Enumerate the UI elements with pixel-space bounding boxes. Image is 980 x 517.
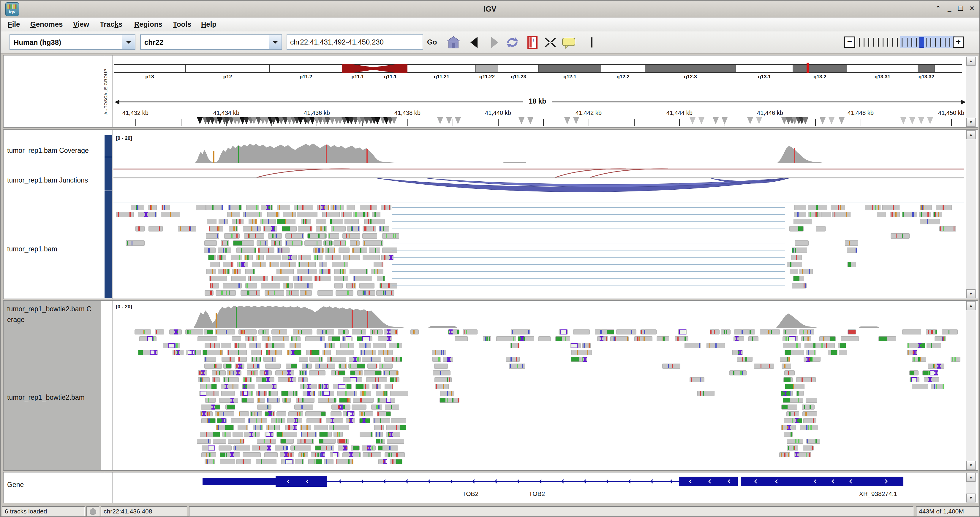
zoom-tick[interactable] bbox=[916, 38, 917, 47]
zoom-tick[interactable] bbox=[907, 38, 908, 47]
fit-to-window-icon[interactable] bbox=[543, 36, 558, 49]
ruler-tick-mark bbox=[181, 119, 181, 126]
density-marker-icon bbox=[519, 117, 525, 124]
zoom-tick[interactable] bbox=[868, 38, 869, 47]
menu-tools[interactable]: Tools bbox=[173, 20, 191, 29]
menu-regions[interactable]: Regions bbox=[134, 20, 162, 29]
zoom-tick[interactable] bbox=[864, 38, 864, 47]
track-label-alignment[interactable]: tumor_rep1_bowtie2.bam bbox=[7, 393, 84, 401]
ruler-tick-label: 41,434 kb bbox=[213, 109, 239, 116]
zoom-tick[interactable] bbox=[887, 38, 888, 47]
track-label-gene[interactable]: Gene bbox=[7, 481, 24, 489]
zoom-tick[interactable] bbox=[859, 38, 860, 47]
ruler-tick-mark bbox=[679, 119, 680, 126]
ruler-tick-mark bbox=[135, 119, 136, 126]
density-marker-icon bbox=[918, 117, 924, 124]
zoom-tick[interactable] bbox=[897, 38, 898, 47]
refresh-icon[interactable] bbox=[505, 36, 520, 49]
fit-to-window-icon bbox=[543, 36, 558, 49]
track-label-junctions[interactable]: tumor_rep1.bam Junctions bbox=[7, 176, 88, 184]
zoom-tick[interactable] bbox=[902, 38, 902, 47]
track-label-coverage[interactable]: tumor_rep1_bowtie2.bam C bbox=[7, 305, 91, 313]
message-status bbox=[189, 506, 913, 516]
zoom-tick[interactable] bbox=[912, 38, 912, 47]
zoom-highlight bbox=[900, 36, 955, 48]
menu-tracks[interactable]: Tracks bbox=[100, 20, 123, 29]
locus-input[interactable] bbox=[286, 35, 423, 50]
density-marker-icon bbox=[437, 117, 443, 124]
chevron-down-icon[interactable] bbox=[122, 35, 135, 49]
define-region-icon[interactable] bbox=[525, 36, 540, 49]
density-marker-icon bbox=[391, 117, 397, 124]
ruler-tick-label: 41,436 kb bbox=[304, 109, 330, 116]
density-marker-icon bbox=[374, 117, 380, 124]
memory-status[interactable]: 443M of 1,400M bbox=[916, 506, 979, 516]
zoom-in-button[interactable]: + bbox=[953, 36, 964, 48]
zoom-tick[interactable] bbox=[950, 38, 950, 47]
status-circle-icon bbox=[90, 508, 96, 515]
home-icon[interactable] bbox=[446, 36, 461, 49]
zoom-slider-thumb[interactable] bbox=[920, 37, 924, 48]
ruler-tick-label: 41,440 kb bbox=[485, 109, 511, 116]
chevron-down-icon[interactable] bbox=[269, 35, 282, 49]
chromosome-select[interactable]: chr22 bbox=[140, 35, 282, 50]
ruler-tick-label: 41,450 kb bbox=[938, 109, 964, 116]
menu-file[interactable]: File bbox=[8, 20, 20, 29]
zoom-tick[interactable] bbox=[892, 38, 893, 47]
back-icon[interactable] bbox=[468, 36, 482, 49]
forward-icon[interactable] bbox=[487, 36, 501, 49]
tracks-loaded-status: 6 tracks loaded bbox=[2, 506, 85, 516]
zoom-tick[interactable] bbox=[935, 38, 936, 47]
refresh-icon bbox=[505, 36, 520, 49]
ruler[interactable]: 18 kb41,432 kb41,434 kb41,436 kb41,438 k… bbox=[3, 56, 978, 127]
ruler-left-arrow-icon bbox=[114, 99, 120, 105]
density-marker-icon bbox=[564, 117, 570, 124]
zoom-tick[interactable] bbox=[878, 38, 879, 47]
density-marker-icon bbox=[698, 117, 705, 124]
zoom-tick[interactable] bbox=[945, 38, 945, 47]
ruler-tick-label: 41,442 kb bbox=[576, 109, 602, 116]
density-marker-icon bbox=[690, 117, 695, 124]
ruler-tick-mark bbox=[589, 119, 589, 126]
ruler-tick-label: 41,446 kb bbox=[757, 109, 783, 116]
density-marker-icon bbox=[455, 117, 461, 124]
track-label-coverage[interactable]: tumor_rep1.bam Coverage bbox=[7, 147, 89, 155]
home-icon bbox=[446, 36, 461, 49]
zoom-tick[interactable] bbox=[931, 38, 931, 47]
ruler-span-label: 18 kb bbox=[523, 97, 552, 105]
title-bar[interactable]: igv IGV ⌃_❒✕ bbox=[1, 1, 979, 17]
density-marker-icon bbox=[446, 117, 452, 124]
zoom-tick[interactable] bbox=[883, 38, 883, 47]
genome-select[interactable]: Human (hg38) bbox=[10, 35, 135, 50]
tooltip-icon[interactable] bbox=[561, 36, 576, 49]
menu-bar: FileGenomesViewTracksRegionsToolsHelp bbox=[1, 17, 979, 32]
track-label-alignment[interactable]: tumor_rep1.bam bbox=[7, 245, 57, 253]
ruler-tick-label: 41,448 kb bbox=[848, 109, 874, 116]
zoom-tick[interactable] bbox=[940, 38, 941, 47]
attribute-bar[interactable] bbox=[105, 157, 112, 190]
cursor-bar-icon[interactable] bbox=[584, 36, 599, 49]
attribute-bar[interactable] bbox=[105, 191, 112, 298]
ruler-tick-mark bbox=[453, 119, 453, 126]
attribute-bar[interactable] bbox=[105, 135, 112, 157]
selected-label-area[interactable] bbox=[3, 301, 101, 470]
toolbar: Human (hg38) chr22 Go −+ bbox=[1, 32, 979, 54]
menu-view[interactable]: View bbox=[73, 20, 89, 29]
zoom-out-button[interactable]: − bbox=[844, 36, 855, 48]
menu-help[interactable]: Help bbox=[201, 20, 216, 29]
shade-button[interactable]: ⌃ bbox=[933, 4, 943, 14]
density-marker-icon bbox=[527, 117, 533, 124]
zoom-tick[interactable] bbox=[926, 38, 926, 47]
ruler-tick-mark bbox=[407, 119, 408, 126]
ruler-tick-label: 41,438 kb bbox=[395, 109, 420, 116]
gene-panel: Gene bbox=[3, 472, 978, 503]
track-label-coverage-wrap[interactable]: erage bbox=[7, 316, 25, 324]
maximize-button[interactable]: ❒ bbox=[956, 4, 966, 14]
minimize-button[interactable]: _ bbox=[944, 4, 955, 14]
close-button[interactable]: ✕ bbox=[967, 4, 977, 14]
ruler-tick-mark bbox=[634, 119, 635, 126]
ruler-tick-mark bbox=[815, 119, 816, 126]
zoom-tick[interactable] bbox=[873, 38, 874, 47]
menu-genomes[interactable]: Genomes bbox=[30, 20, 63, 29]
go-button[interactable]: Go bbox=[427, 38, 437, 46]
